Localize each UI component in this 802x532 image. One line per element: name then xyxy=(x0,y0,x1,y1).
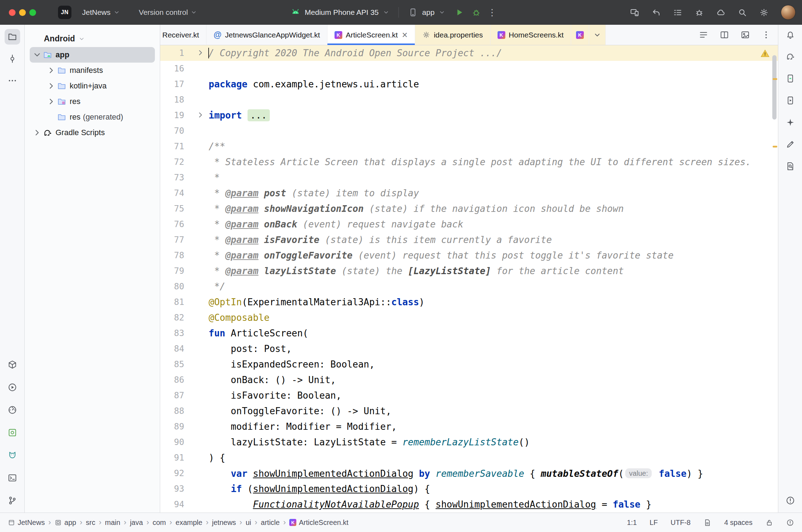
fold-arrow-icon[interactable] xyxy=(196,111,205,119)
tab-idea.properties[interactable]: idea.properties xyxy=(415,25,490,45)
tree-item-kotlin-java[interactable]: kotlin+java xyxy=(30,78,155,94)
code-line-88[interactable]: 88 onToggleFavorite: () -> Unit, xyxy=(160,403,778,419)
code-line-74[interactable]: 74 * @param post (state) item to display xyxy=(160,185,778,201)
breadcrumb-main[interactable]: main xyxy=(105,519,120,527)
warning-stripe-mark[interactable] xyxy=(773,146,777,148)
tab-hidden-partial[interactable]: K xyxy=(571,25,589,45)
code-line-89[interactable]: 89 modifier: Modifier = Modifier, xyxy=(160,419,778,434)
indent-style-widget[interactable]: 4 spaces xyxy=(724,519,752,527)
line-separator-widget[interactable]: LF xyxy=(650,519,658,527)
running-devices-button[interactable] xyxy=(783,93,798,108)
code-line-80[interactable]: 80 */ xyxy=(160,279,778,294)
version-control-tool-button[interactable] xyxy=(5,493,20,508)
editor-more-options-icon[interactable] xyxy=(761,30,771,40)
code-line-70[interactable]: 70 xyxy=(160,123,778,139)
code-line-79[interactable]: 79 * @param lazyListState (state) the [L… xyxy=(160,263,778,279)
hidden-tabs-dropdown[interactable] xyxy=(589,25,606,45)
tree-item-manifests[interactable]: manifests xyxy=(30,63,155,78)
breadcrumb-jetnews[interactable]: jetnews xyxy=(212,519,236,527)
more-tool-windows-button[interactable] xyxy=(5,73,20,88)
terminal-tool-button[interactable] xyxy=(5,470,20,486)
fold-arrow-icon[interactable] xyxy=(196,48,205,57)
more-run-actions-icon[interactable]: ⋮ xyxy=(486,7,499,18)
tree-chevron-icon[interactable] xyxy=(33,50,42,59)
task-list-icon[interactable] xyxy=(673,8,682,17)
app-inspection-tool-button[interactable] xyxy=(5,425,20,440)
problems-button[interactable] xyxy=(783,493,798,508)
caret-position-widget[interactable]: 1:1 xyxy=(627,519,637,527)
tree-item-gradle-scripts[interactable]: Gradle Scripts xyxy=(30,125,155,140)
breadcrumb-jetnews[interactable]: JetNews xyxy=(8,519,45,527)
code-line-81[interactable]: 81@OptIn(ExperimentalMaterial3Api::class… xyxy=(160,294,778,310)
run-tool-button[interactable] xyxy=(5,380,20,395)
code-editor[interactable]: 1/ Copyright 2020 The Android Open Sourc… xyxy=(160,45,778,513)
breadcrumb-articlescreen.kt[interactable]: KArticleScreen.kt xyxy=(289,519,348,527)
code-line-90[interactable]: 90 lazyListState: LazyListState = rememb… xyxy=(160,434,778,450)
inspection-warning-icon[interactable] xyxy=(760,49,770,58)
warning-stripe-mark[interactable] xyxy=(773,78,777,80)
device-manager-button[interactable] xyxy=(783,71,798,86)
logcat-tool-button[interactable] xyxy=(5,447,20,463)
user-avatar[interactable] xyxy=(781,5,796,20)
vcs-menu[interactable]: Version control xyxy=(135,5,201,19)
build-tool-button[interactable] xyxy=(5,357,20,372)
tab-articlescreen.kt[interactable]: KArticleScreen.kt× xyxy=(327,25,415,45)
code-line-72[interactable]: 72 * Stateless Article Screen that displ… xyxy=(160,154,778,170)
commit-tool-button[interactable] xyxy=(5,51,20,66)
breadcrumb-java[interactable]: java xyxy=(130,519,143,527)
tree-item-res[interactable]: res xyxy=(30,94,155,109)
tree-chevron-icon[interactable] xyxy=(33,128,42,137)
editor-tab-list-icon[interactable] xyxy=(699,30,708,40)
breadcrumb-ui[interactable]: ui xyxy=(246,519,251,527)
file-encoding-widget[interactable]: UTF-8 xyxy=(670,519,691,527)
close-tab-icon[interactable]: × xyxy=(402,31,408,39)
maximize-window-button[interactable] xyxy=(29,9,36,16)
code-line-83[interactable]: 83fun ArticleScreen( xyxy=(160,325,778,341)
attach-debugger-icon[interactable] xyxy=(695,8,704,17)
back-navigation-icon[interactable] xyxy=(651,8,661,17)
project-tool-button[interactable] xyxy=(5,29,20,45)
code-line-78[interactable]: 78 * @param onToggleFavorite (event) req… xyxy=(160,248,778,263)
split-editor-icon[interactable] xyxy=(720,30,729,40)
code-line-82[interactable]: 82@Composable xyxy=(160,310,778,325)
code-line-85[interactable]: 85 isExpandedScreen: Boolean, xyxy=(160,357,778,372)
breadcrumb-article[interactable]: article xyxy=(261,519,280,527)
device-mirroring-icon[interactable] xyxy=(630,8,639,17)
tree-chevron-icon[interactable] xyxy=(47,97,56,106)
code-line-1[interactable]: 1/ Copyright 2020 The Android Open Sourc… xyxy=(160,45,778,61)
inspections-widget-icon[interactable] xyxy=(786,519,794,527)
code-line-91[interactable]: 91) { xyxy=(160,450,778,466)
close-window-button[interactable] xyxy=(9,9,16,16)
chevron-down-icon[interactable] xyxy=(439,9,445,16)
gradle-sync-icon[interactable] xyxy=(716,8,726,17)
code-line-76[interactable]: 76 * @param onBack (event) request navig… xyxy=(160,216,778,232)
breadcrumb-com[interactable]: com xyxy=(152,519,166,527)
code-line-92[interactable]: 92 var showUnimplementedActionDialog by … xyxy=(160,466,778,481)
project-view-selector[interactable]: Android xyxy=(25,25,160,47)
code-line-19[interactable]: 19import ... xyxy=(160,108,778,123)
debug-button[interactable] xyxy=(471,7,481,17)
settings-icon[interactable] xyxy=(759,8,769,17)
editor-scrollbar[interactable] xyxy=(772,55,777,120)
code-line-16[interactable]: 16 xyxy=(160,61,778,76)
file-writable-icon[interactable] xyxy=(765,519,773,527)
notifications-button[interactable] xyxy=(783,27,798,42)
tree-item-res-generated[interactable]: res (generated) xyxy=(30,109,155,125)
tree-item-app[interactable]: app xyxy=(30,47,155,63)
reader-mode-icon[interactable] xyxy=(703,519,711,527)
search-everywhere-icon[interactable] xyxy=(738,8,747,17)
code-line-84[interactable]: 84 post: Post, xyxy=(160,341,778,357)
code-line-87[interactable]: 87 isFavorite: Boolean, xyxy=(160,388,778,403)
code-line-77[interactable]: 77 * @param isFavorite (state) is this i… xyxy=(160,232,778,248)
tab-homescreens.kt[interactable]: KHomeScreens.kt xyxy=(490,25,571,45)
tree-chevron-icon[interactable] xyxy=(47,81,56,91)
code-line-75[interactable]: 75 * @param showNavigationIcon (state) i… xyxy=(160,201,778,216)
minimize-window-button[interactable] xyxy=(19,9,26,16)
breadcrumb-app[interactable]: app xyxy=(54,519,76,527)
profiler-tool-button[interactable] xyxy=(5,402,20,418)
run-button[interactable] xyxy=(454,7,464,17)
code-line-93[interactable]: 93 if (showUnimplementedActionDialog) { xyxy=(160,481,778,497)
assistant-button[interactable] xyxy=(783,137,798,152)
gradle-button[interactable] xyxy=(783,49,798,64)
run-config-selector[interactable]: app xyxy=(422,8,435,17)
